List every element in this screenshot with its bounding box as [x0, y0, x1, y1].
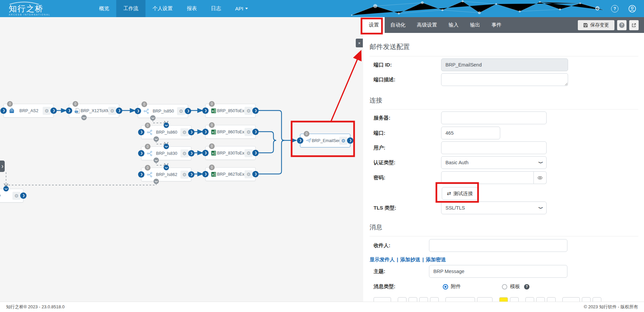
toolbar-button[interactable] — [445, 297, 475, 302]
output-port-icon[interactable]: ❯ — [347, 137, 353, 144]
output-port-icon[interactable]: ❯ — [188, 129, 195, 135]
port-description-input[interactable] — [441, 73, 568, 86]
collapse-chevron-icon[interactable]: ❯ — [164, 123, 169, 128]
gear-icon[interactable]: ⚙ — [180, 149, 188, 158]
tab-events[interactable]: 事件 — [486, 17, 507, 33]
port-id-input[interactable] — [441, 58, 568, 71]
output-port-icon[interactable]: ❯ — [116, 107, 122, 114]
app-logo[interactable]: 知行之桥 ARCESB INTERNATIONAL — [0, 0, 59, 17]
expand-chevron-icon[interactable]: ❯ — [154, 179, 159, 184]
tab-settings[interactable]: 设置 — [363, 17, 385, 33]
nav-item-api[interactable]: API — [228, 0, 255, 17]
workflow-node-830toexcel[interactable]: 0 ❯ X BRP_830ToExcel ⚙ ❯ — [205, 146, 256, 160]
gear-icon[interactable]: ⚙ — [245, 149, 253, 157]
toolbar-button[interactable] — [398, 297, 406, 302]
test-connection-button[interactable]: ⇄ 测试连接 — [442, 187, 478, 200]
port-number-input[interactable] — [441, 127, 500, 139]
show-sender-link[interactable]: 显示发件人 — [370, 257, 395, 262]
input-port-icon[interactable]: ❯ — [202, 107, 209, 114]
workflow-node-850toexcel[interactable]: 0 ❯ X BRP_850ToExcel ⚙ ❯ — [205, 104, 256, 118]
toolbar-button[interactable] — [430, 297, 439, 302]
settings-gear-icon[interactable]: ⚙ — [593, 4, 602, 13]
toolbar-button[interactable] — [536, 297, 545, 302]
tab-output[interactable]: 输出 — [464, 17, 486, 33]
auth-type-select[interactable]: Basic Auth ❯ — [441, 156, 547, 169]
toolbar-button[interactable] — [374, 297, 391, 302]
input-port-icon[interactable]: ❯ — [138, 171, 144, 178]
nav-item-personal-settings[interactable]: 个人设置 — [145, 0, 180, 17]
help-icon[interactable]: ? — [610, 4, 619, 13]
output-port-icon[interactable]: ❯ — [188, 150, 195, 157]
gear-icon[interactable]: ⚙ — [245, 107, 253, 115]
nav-item-reports[interactable]: 报表 — [180, 0, 204, 17]
output-port-icon[interactable]: ❯ — [20, 192, 27, 199]
workflow-node-862toexcel[interactable]: 0 ❯ X BRP_862ToExcel ⚙ ❯ — [205, 167, 256, 181]
output-port-icon[interactable]: ❯ — [252, 150, 259, 156]
toolbar-highlight-button[interactable] — [499, 297, 508, 302]
add-bcc-link[interactable]: 添加密送 — [426, 257, 446, 262]
input-port-icon[interactable]: ❯ — [135, 108, 141, 114]
save-changes-button[interactable]: 保存变更 — [578, 20, 614, 30]
radio-attachment[interactable]: 附件 — [443, 283, 461, 290]
subject-input[interactable] — [429, 265, 567, 278]
server-input[interactable] — [441, 112, 547, 124]
toolbar-button[interactable] — [593, 297, 601, 302]
toggle-password-visibility-button[interactable] — [534, 171, 547, 184]
tab-advanced-settings[interactable]: 高级设置 — [411, 17, 443, 33]
add-cc-link[interactable]: 添加抄送 — [400, 257, 420, 262]
collapse-chevron-icon[interactable]: ❯ — [3, 186, 9, 191]
gear-icon[interactable]: ⚙ — [12, 192, 20, 200]
gear-icon[interactable]: ⚙ — [108, 107, 116, 115]
gear-icon[interactable]: ⚙ — [180, 171, 188, 179]
gear-icon[interactable]: ⚙ — [245, 128, 253, 136]
recipient-input[interactable] — [429, 239, 567, 252]
input-port-icon[interactable]: ❯ — [297, 137, 303, 144]
workflow-node-is850[interactable]: 0 ❯ BRP_Is850 ⚙ ❯ — [138, 104, 188, 118]
gear-icon[interactable]: ⚙ — [245, 170, 253, 178]
toolbar-button[interactable] — [582, 297, 591, 302]
expand-chevron-icon[interactable]: ❯ — [150, 115, 156, 121]
expand-chevron-icon[interactable]: ❯ — [81, 115, 87, 120]
nav-item-logs[interactable]: 日志 — [204, 0, 228, 17]
output-port-icon[interactable]: ❯ — [252, 129, 259, 135]
workflow-canvas[interactable]: 0 ❯ BRP_AS2 ⚙ ❯ 0 ❯ X12 BRP_X12ToXML ⚙ ❯… — [0, 17, 363, 302]
close-panel-button[interactable]: × — [356, 39, 363, 47]
expand-chevron-icon[interactable]: ❯ — [154, 136, 159, 142]
output-port-icon[interactable]: ❯ — [252, 107, 259, 114]
collapse-chevron-icon[interactable]: ❯ — [164, 165, 169, 170]
input-port-icon[interactable]: ❯ — [138, 150, 144, 157]
expand-panel-handle[interactable]: ❯ — [0, 161, 5, 172]
workflow-node-as2[interactable]: 0 ❯ BRP_AS2 ⚙ ❯ — [3, 104, 54, 118]
toolbar-button[interactable] — [525, 297, 534, 302]
input-port-icon[interactable]: ❯ — [202, 171, 209, 177]
toolbar-button[interactable] — [547, 297, 556, 302]
input-port-icon[interactable]: ❯ — [66, 107, 72, 114]
output-port-icon[interactable]: ❯ — [252, 171, 259, 177]
nav-item-workflow[interactable]: 工作流 — [116, 0, 145, 17]
input-port-icon[interactable]: ❯ — [0, 107, 7, 114]
output-port-icon[interactable]: ❯ — [185, 108, 191, 114]
output-port-icon[interactable]: ❯ — [188, 171, 195, 178]
expand-chevron-icon[interactable]: ❯ — [154, 158, 159, 163]
workflow-node-x12toxml[interactable]: 0 ❯ X12 BRP_X12ToXML ⚙ ❯ — [69, 104, 119, 118]
workflow-node-emailsend[interactable]: 0 ❯ BRP_EmailSend ⚙ ❯ — [300, 134, 350, 147]
user-input[interactable] — [441, 141, 547, 154]
user-account-icon[interactable] — [628, 4, 637, 13]
toolbar-button[interactable] — [562, 297, 580, 302]
tab-input[interactable]: 输入 — [443, 17, 464, 33]
output-port-icon[interactable]: ❯ — [50, 107, 57, 114]
toolbar-button[interactable] — [510, 297, 519, 302]
toolbar-button[interactable] — [409, 297, 417, 302]
radio-template[interactable]: 模板 ? — [502, 283, 529, 290]
workflow-node-notify[interactable]: Notify ⚙ ❯ — [0, 189, 24, 203]
tab-automation[interactable]: 自动化 — [385, 17, 411, 33]
gear-icon[interactable]: ⚙ — [339, 137, 347, 145]
workflow-node-860toexcel[interactable]: 0 ❯ X BRP_860ToExcel ⚙ ❯ — [205, 125, 256, 139]
gear-icon[interactable]: ⚙ — [177, 107, 185, 115]
collapse-chevron-icon[interactable]: ❯ — [164, 144, 169, 149]
toolbar-button[interactable] — [419, 297, 428, 302]
gear-icon[interactable]: ⚙ — [43, 107, 51, 115]
password-input[interactable] — [441, 171, 534, 184]
nav-item-overview[interactable]: 概览 — [92, 0, 116, 17]
help-badge-icon[interactable]: ? — [524, 284, 529, 289]
